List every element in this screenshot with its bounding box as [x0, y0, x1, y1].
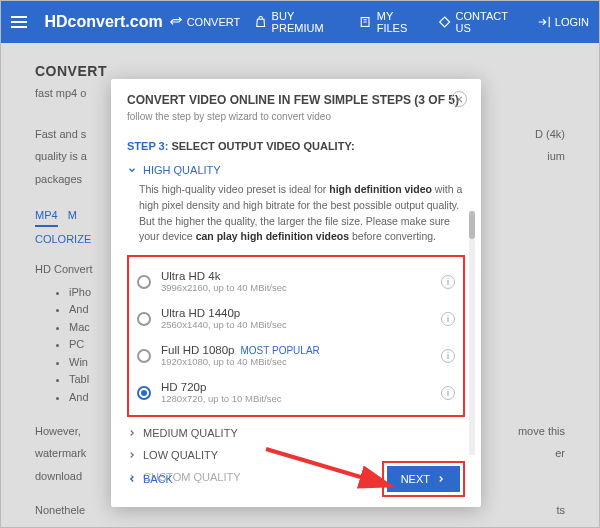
step-indicator: STEP 3: SELECT OUTPUT VIDEO QUALITY:: [127, 140, 465, 152]
info-icon[interactable]: i: [441, 386, 455, 400]
radio-icon[interactable]: [137, 275, 151, 289]
option-detail: 1280x720, up to 10 MBit/sec: [161, 393, 281, 404]
option-detail: 2560x1440, up to 40 MBit/sec: [161, 319, 287, 330]
option-label: Full HD 1080pMOST POPULAR: [161, 344, 320, 356]
quality-options-highlight: Ultra HD 4k 3996x2160, up to 40 MBit/sec…: [127, 255, 465, 417]
info-icon[interactable]: i: [441, 275, 455, 289]
chevron-right-icon: [436, 474, 446, 484]
nav-my-files[interactable]: MY FILES: [359, 10, 424, 34]
hamburger-icon[interactable]: [11, 11, 32, 33]
scrollbar-thumb[interactable]: [469, 211, 475, 239]
section-high-quality: HIGH QUALITY This high-quality video pre…: [127, 164, 465, 417]
section-low-quality[interactable]: LOW QUALITY: [127, 449, 465, 461]
option-detail: 3996x2160, up to 40 MBit/sec: [161, 282, 287, 293]
option-full-hd-1080p[interactable]: Full HD 1080pMOST POPULAR 1920x1080, up …: [133, 337, 459, 374]
chevron-left-icon: [127, 474, 137, 484]
files-icon: [359, 15, 372, 29]
chevron-down-icon: [127, 165, 137, 175]
swap-icon: [169, 15, 183, 29]
modal-title: CONVERT VIDEO ONLINE IN FEW SIMPLE STEPS…: [127, 93, 465, 107]
wizard-modal: CONVERT VIDEO ONLINE IN FEW SIMPLE STEPS…: [111, 79, 481, 507]
radio-icon[interactable]: [137, 386, 151, 400]
option-detail: 1920x1080, up to 40 MBit/sec: [161, 356, 320, 367]
app-header: HDconvert.com CONVERT BUY PREMIUM MY FIL…: [1, 1, 599, 43]
section-header-high-quality[interactable]: HIGH QUALITY: [127, 164, 465, 176]
next-button[interactable]: NEXT: [387, 466, 460, 492]
option-ultra-hd-1440p[interactable]: Ultra HD 1440p 2560x1440, up to 40 MBit/…: [133, 300, 459, 337]
nav-buy-premium[interactable]: BUY PREMIUM: [254, 10, 345, 34]
scrollbar[interactable]: [469, 211, 475, 455]
bag-icon: [254, 15, 267, 29]
most-popular-badge: MOST POPULAR: [241, 345, 320, 356]
radio-icon[interactable]: [137, 312, 151, 326]
option-label: HD 720p: [161, 381, 281, 393]
option-ultra-hd-4k[interactable]: Ultra HD 4k 3996x2160, up to 40 MBit/sec…: [133, 263, 459, 300]
top-nav: CONVERT BUY PREMIUM MY FILES CONTACT US …: [169, 10, 589, 34]
option-hd-720p[interactable]: HD 720p 1280x720, up to 10 MBit/sec i: [133, 374, 459, 411]
login-icon: [537, 15, 551, 29]
radio-icon[interactable]: [137, 349, 151, 363]
nav-login[interactable]: LOGIN: [537, 15, 589, 29]
modal-footer: BACK NEXT: [127, 461, 465, 497]
info-icon[interactable]: i: [441, 312, 455, 326]
close-icon[interactable]: ✕: [451, 91, 467, 107]
section-medium-quality[interactable]: MEDIUM QUALITY: [127, 427, 465, 439]
modal-subtitle: follow the step by step wizard to conver…: [127, 111, 465, 122]
info-icon[interactable]: i: [441, 349, 455, 363]
diamond-icon: [438, 15, 451, 29]
chevron-right-icon: [127, 450, 137, 460]
brand-logo[interactable]: HDconvert.com: [44, 13, 162, 31]
back-button[interactable]: BACK: [127, 473, 173, 485]
next-button-highlight: NEXT: [382, 461, 465, 497]
nav-convert[interactable]: CONVERT: [169, 15, 241, 29]
nav-contact[interactable]: CONTACT US: [438, 10, 523, 34]
section-description: This high-quality video preset is ideal …: [127, 182, 465, 251]
option-label: Ultra HD 4k: [161, 270, 287, 282]
chevron-right-icon: [127, 428, 137, 438]
option-label: Ultra HD 1440p: [161, 307, 287, 319]
